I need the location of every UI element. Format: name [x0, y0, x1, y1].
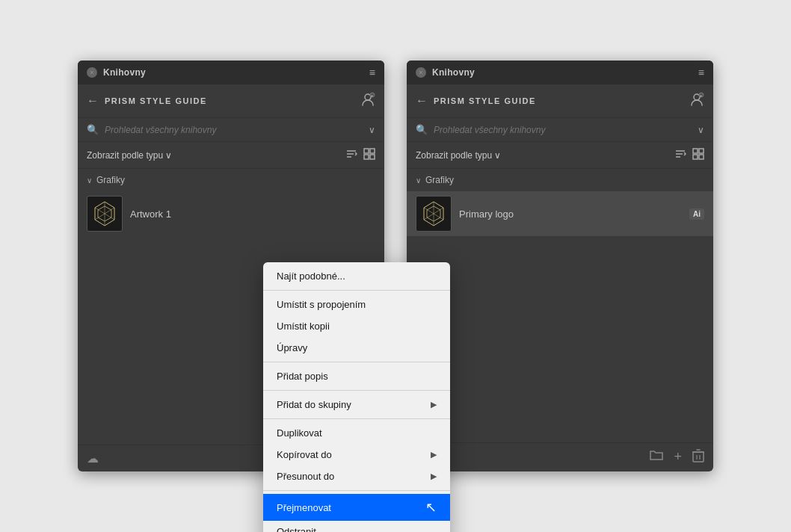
menu-item-copy-to[interactable]: Kopírovat do ▶ [263, 444, 450, 466]
close-icon: × [90, 69, 93, 76]
menu-item-delete[interactable]: Odstranit [263, 521, 450, 532]
right-close-button[interactable]: × [416, 67, 426, 78]
left-breadcrumb-row: ← PRISM STYLE GUIDE + [78, 84, 384, 118]
menu-item-move-to[interactable]: Přesunout do ▶ [263, 466, 450, 487]
right-menu-button[interactable]: ≡ [698, 66, 704, 78]
menu-divider-1 [263, 290, 450, 291]
right-add-icon[interactable]: + [674, 449, 682, 466]
svg-rect-21 [693, 149, 698, 153]
menu-item-place-linked[interactable]: Umístit s propojením [263, 294, 450, 315]
left-search-chevron[interactable]: ∨ [369, 125, 375, 135]
svg-rect-9 [370, 155, 375, 159]
menu-item-edits[interactable]: Úpravy [263, 337, 450, 359]
right-close-icon: × [419, 69, 422, 76]
right-list-item[interactable]: Primary logo Ai [407, 191, 713, 236]
svg-rect-8 [364, 155, 369, 159]
left-close-button[interactable]: × [87, 67, 97, 78]
left-titlebar: × Knihovny ≡ [78, 61, 384, 84]
right-grid-icon[interactable] [692, 148, 704, 162]
menu-item-place-copy[interactable]: Umístit kopii [263, 315, 450, 337]
menu-item-find-similar[interactable]: Najít podobné... [263, 265, 450, 287]
menu-item-rename[interactable]: Přejmenovat ↖ [263, 494, 450, 521]
left-sort-icon[interactable] [345, 148, 357, 162]
left-panel-title: Knihovny [103, 67, 146, 78]
left-item-thumbnail [87, 196, 123, 232]
svg-text:+: + [371, 93, 373, 98]
svg-rect-30 [693, 452, 704, 462]
left-filter-label[interactable]: Zobrazit podle typu ∨ [87, 150, 172, 161]
left-user-icon[interactable]: + [360, 92, 375, 110]
left-list-item[interactable]: Artwork 1 [78, 191, 384, 236]
right-titlebar: × Knihovny ≡ [407, 61, 713, 84]
left-grid-icon[interactable] [363, 148, 375, 162]
left-section-header: ∨ Grafiky [78, 169, 384, 191]
left-filter-row: Zobrazit podle typu ∨ [78, 142, 384, 169]
left-item-name: Artwork 1 [130, 208, 375, 220]
right-section-title: Grafiky [425, 175, 454, 185]
svg-rect-23 [693, 155, 698, 159]
left-search-row: 🔍 ∨ [78, 118, 384, 142]
svg-text:+: + [700, 93, 702, 98]
menu-divider-2 [263, 362, 450, 362]
menu-divider-5 [263, 490, 450, 491]
left-search-input[interactable] [105, 125, 363, 135]
right-section-chevron[interactable]: ∨ [416, 176, 421, 185]
left-menu-button[interactable]: ≡ [369, 66, 375, 78]
right-search-chevron[interactable]: ∨ [698, 125, 704, 135]
right-item-name: Primary logo [459, 208, 682, 220]
add-to-group-arrow: ▶ [431, 400, 437, 409]
right-search-row: 🔍 ∨ [407, 118, 713, 142]
svg-rect-24 [699, 155, 704, 159]
right-panel-footer: ☁ + [407, 442, 713, 471]
right-user-icon[interactable]: + [689, 92, 704, 110]
left-cloud-icon[interactable]: ☁ [87, 451, 99, 466]
cursor-icon: ↖ [425, 499, 437, 516]
svg-rect-22 [699, 149, 704, 153]
right-breadcrumb-text: PRISM STYLE GUIDE [434, 96, 683, 105]
right-search-input[interactable] [434, 125, 692, 135]
copy-to-arrow: ▶ [431, 450, 437, 460]
right-panel-title: Knihovny [432, 67, 475, 78]
menu-item-add-description[interactable]: Přidat popis [263, 365, 450, 387]
right-sort-icon[interactable] [674, 148, 686, 162]
left-panel: × Knihovny ≡ ← PRISM STYLE GUIDE + [78, 61, 384, 471]
menu-item-duplicate[interactable]: Duplikovat [263, 422, 450, 444]
right-back-arrow[interactable]: ← [416, 94, 428, 108]
right-trash-icon[interactable] [692, 449, 704, 466]
right-breadcrumb-row: ← PRISM STYLE GUIDE + [407, 84, 713, 118]
right-filter-row: Zobrazit podle typu ∨ [407, 142, 713, 169]
menu-divider-3 [263, 390, 450, 391]
right-item-badge: Ai [689, 208, 704, 220]
right-search-icon: 🔍 [416, 124, 428, 135]
menu-item-add-to-group[interactable]: Přidat do skupiny ▶ [263, 394, 450, 415]
svg-rect-7 [370, 149, 375, 153]
right-folder-icon[interactable] [650, 449, 663, 466]
left-section-chevron[interactable]: ∨ [87, 176, 92, 185]
context-menu: Najít podobné... Umístit s propojením Um… [263, 262, 450, 532]
right-section-header: ∨ Grafiky [407, 169, 713, 191]
left-section-title: Grafiky [96, 175, 125, 185]
menu-divider-4 [263, 418, 450, 419]
left-breadcrumb-text: PRISM STYLE GUIDE [105, 96, 354, 105]
left-search-icon: 🔍 [87, 124, 99, 135]
svg-rect-6 [364, 149, 369, 153]
move-to-arrow: ▶ [431, 471, 437, 481]
right-item-thumbnail [416, 196, 452, 232]
right-filter-label[interactable]: Zobrazit podle typu ∨ [416, 150, 501, 161]
left-back-arrow[interactable]: ← [87, 94, 99, 108]
right-panel: × Knihovny ≡ ← PRISM STYLE GUIDE + [407, 61, 713, 471]
